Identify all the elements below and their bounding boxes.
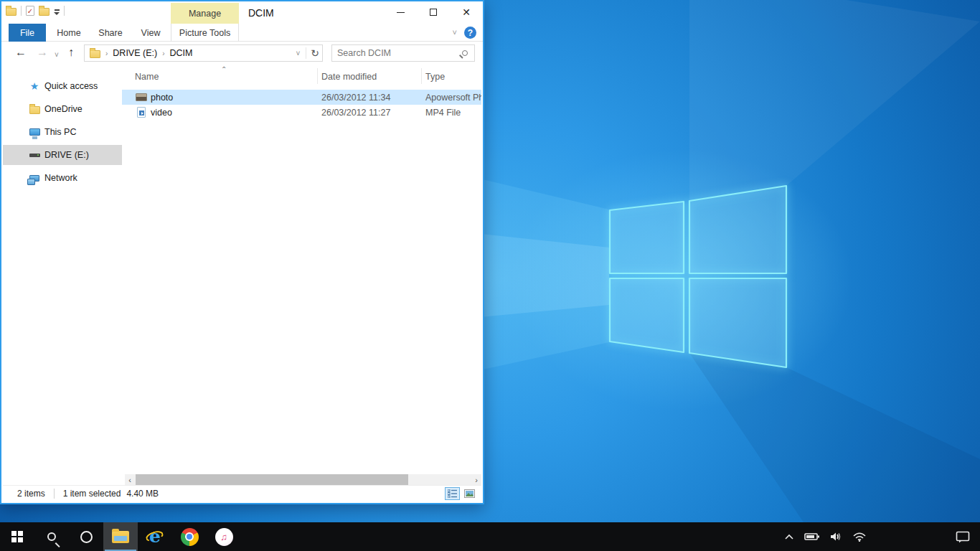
sidebar-item-quick-access[interactable]: ★ Quick access	[3, 76, 122, 96]
battery-icon[interactable]	[804, 532, 820, 541]
recent-locations-chevron-icon[interactable]: ˅	[55, 48, 59, 62]
breadcrumb-separator: ›	[162, 50, 164, 57]
search-box[interactable]: Search DCIM	[331, 44, 475, 62]
file-row-video[interactable]: video 26/03/2012 11:27 MP4 File	[122, 105, 481, 120]
itunes-button[interactable]: ♫	[207, 522, 241, 551]
tab-file[interactable]: File	[9, 24, 46, 42]
tab-picture-tools[interactable]: Picture Tools	[171, 24, 239, 42]
explorer-main: ★ Quick access OneDrive This PC DRIVE (E…	[3, 66, 481, 485]
chevron-down-icon[interactable]: ˅	[453, 28, 457, 37]
sidebar-item-label: This PC	[44, 127, 76, 137]
navigation-pane: ★ Quick access OneDrive This PC DRIVE (E…	[3, 66, 122, 485]
system-tray	[779, 522, 980, 551]
refresh-icon[interactable]: ↻	[306, 47, 319, 59]
itunes-icon: ♫	[215, 528, 233, 546]
scroll-left-arrow-icon[interactable]: ‹	[125, 474, 135, 485]
file-date: 26/03/2012 11:34	[321, 93, 390, 103]
chrome-button[interactable]	[172, 522, 207, 551]
sidebar-item-onedrive[interactable]: OneDrive	[3, 99, 122, 119]
divider	[64, 6, 65, 16]
cortana-button[interactable]	[69, 522, 103, 551]
window-title: DCIM	[248, 7, 274, 19]
navigation-toolbar: ← → ˅ ↑ › DRIVE (E:) › DCIM ˅ ↻ Search D…	[1, 42, 483, 65]
internet-explorer-button[interactable]: e	[138, 522, 172, 551]
thumbnail-view-icon	[464, 489, 475, 498]
close-button[interactable]: ✕	[450, 1, 483, 23]
search-icon[interactable]	[462, 50, 468, 56]
file-name[interactable]: video	[151, 108, 172, 118]
taskbar-file-explorer-button[interactable]	[103, 522, 138, 551]
sort-ascending-caret-icon: ⌃	[221, 65, 227, 73]
status-bar: 2 items 1 item selected 4.40 MB	[3, 485, 481, 501]
volume-icon[interactable]	[830, 532, 843, 542]
file-row-photo[interactable]: photo 26/03/2012 11:34 Apowersoft Pho	[122, 90, 481, 105]
quick-access-star-icon: ★	[29, 80, 40, 92]
tab-share[interactable]: Share	[92, 24, 129, 42]
tab-home[interactable]: Home	[50, 24, 88, 42]
column-headers: Name ⌃ Date modified Type	[122, 66, 481, 86]
action-center-icon[interactable]	[956, 531, 970, 543]
file-date: 26/03/2012 11:27	[321, 108, 390, 118]
hidden-icons-chevron-icon[interactable]	[784, 534, 794, 540]
details-view-button[interactable]	[445, 487, 460, 500]
column-header-date-modified[interactable]: Date modified	[321, 72, 377, 82]
file-name[interactable]: photo	[151, 93, 173, 103]
quick-access-toolbar: ✓	[6, 6, 65, 16]
address-bar[interactable]: › DRIVE (E:) › DCIM ˅ ↻	[84, 44, 323, 62]
wifi-icon[interactable]	[853, 532, 866, 542]
sidebar-item-label: Quick access	[44, 81, 98, 91]
sidebar-item-label: Network	[44, 173, 77, 183]
sidebar-item-drive-e[interactable]: DRIVE (E:)	[3, 145, 122, 165]
help-icon[interactable]: ?	[464, 27, 476, 39]
view-toggle-buttons	[445, 487, 477, 500]
file-type: Apowersoft Pho	[425, 93, 481, 103]
file-list-pane: Name ⌃ Date modified Type photo 26/03/20…	[122, 66, 481, 485]
tab-view[interactable]: View	[133, 24, 168, 42]
horizontal-scrollbar[interactable]: ‹ ›	[125, 474, 481, 485]
chrome-icon	[181, 528, 199, 546]
search-placeholder: Search DCIM	[337, 48, 462, 58]
column-divider[interactable]	[317, 68, 318, 84]
file-type: MP4 File	[425, 108, 481, 118]
monitor-icon	[29, 126, 40, 138]
thumbnail-view-button[interactable]	[462, 487, 477, 500]
details-view-icon	[448, 489, 458, 498]
customize-qat-icon[interactable]	[54, 9, 60, 15]
scroll-right-arrow-icon[interactable]: ›	[471, 474, 481, 485]
onedrive-folder-icon	[29, 103, 40, 115]
cortana-circle-icon	[80, 531, 93, 543]
forward-button[interactable]: →	[37, 45, 48, 60]
new-folder-icon[interactable]	[39, 8, 50, 16]
items-count: 2 items	[17, 489, 45, 499]
file-explorer-icon	[112, 531, 129, 543]
properties-icon[interactable]: ✓	[26, 6, 34, 16]
breadcrumb-folder[interactable]: DCIM	[170, 48, 193, 58]
taskbar-search-button[interactable]	[34, 522, 69, 551]
search-icon	[47, 532, 56, 541]
scrollbar-thumb[interactable]	[136, 474, 408, 485]
up-button[interactable]: ↑	[68, 45, 74, 60]
minimize-button[interactable]	[384, 1, 417, 23]
photo-thumbnail-icon	[136, 92, 147, 103]
title-bar: ✓ Manage DCIM ✕	[1, 1, 483, 24]
sidebar-item-this-pc[interactable]: This PC	[3, 122, 122, 142]
divider	[54, 489, 55, 499]
column-divider[interactable]	[421, 68, 422, 84]
breadcrumb-separator: ›	[105, 50, 108, 57]
breadcrumb-drive[interactable]: DRIVE (E:)	[113, 48, 157, 58]
column-header-type[interactable]: Type	[425, 72, 445, 82]
sidebar-item-label: OneDrive	[44, 104, 83, 114]
address-dropdown-chevron-icon[interactable]: ˅	[296, 50, 300, 57]
network-icon	[29, 172, 40, 184]
start-button[interactable]	[0, 522, 34, 551]
sidebar-item-network[interactable]: Network	[3, 168, 122, 188]
column-header-name[interactable]: Name	[135, 72, 159, 82]
selection-size: 4.40 MB	[126, 489, 159, 499]
explorer-icon[interactable]	[6, 8, 17, 16]
ribbon-tab-row: File Home Share View Picture Tools ˅ ?	[1, 24, 483, 42]
selection-count: 1 item selected	[63, 489, 121, 499]
back-button[interactable]: ←	[15, 45, 27, 60]
maximize-button[interactable]	[417, 1, 450, 23]
manage-contextual-group[interactable]: Manage	[171, 3, 239, 24]
file-explorer-window: ✓ Manage DCIM ✕ File Home Share View Pic…	[0, 0, 484, 504]
